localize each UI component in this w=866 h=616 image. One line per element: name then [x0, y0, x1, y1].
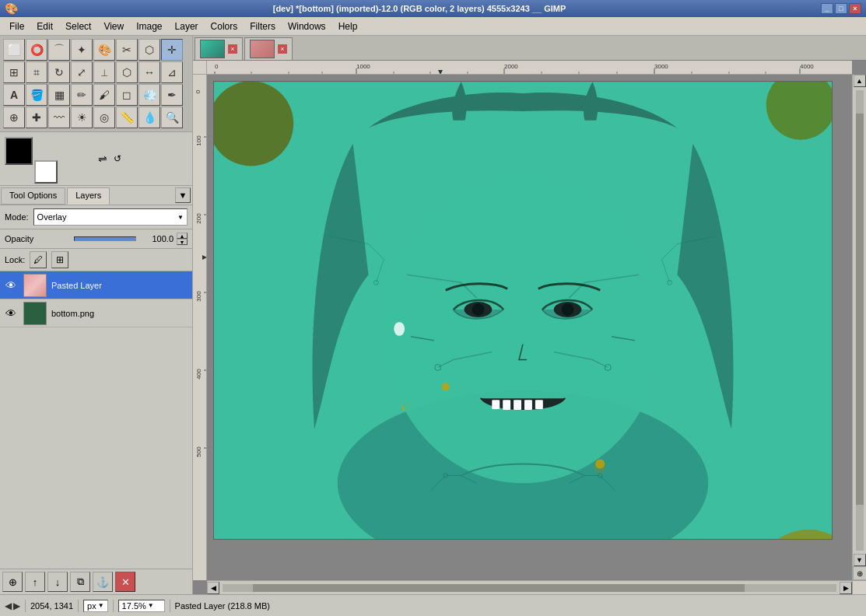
tab-layers[interactable]: Layers — [67, 187, 110, 205]
measure-tool[interactable]: 📏 — [116, 107, 138, 128]
divider-1 — [25, 600, 26, 612]
menu-file[interactable]: File — [3, 19, 30, 33]
h-scroll-thumb[interactable] — [253, 584, 744, 592]
close-btn[interactable]: × — [849, 3, 861, 14]
align-tool[interactable]: ⊞ — [3, 61, 25, 83]
opacity-up-btn[interactable]: ▲ — [177, 233, 188, 239]
clone-tool[interactable]: ⊕ — [3, 107, 25, 128]
canvas-viewport[interactable] — [207, 75, 852, 580]
transform-tool[interactable]: ⊿ — [161, 61, 183, 83]
delete-layer-btn[interactable]: ✕ — [115, 572, 135, 592]
dodge-burn-tool[interactable]: ☀ — [71, 107, 93, 128]
svg-point-43 — [394, 322, 405, 336]
lasso-tool[interactable]: ⌒ — [48, 39, 70, 61]
select-by-color-tool[interactable]: 🎨 — [93, 39, 115, 61]
ellipse-select-tool[interactable]: ⭕ — [26, 39, 47, 61]
pencil-tool[interactable]: ✏ — [71, 84, 93, 106]
zoom-dropdown-arrow: ▼ — [148, 602, 154, 609]
airbrush-tool[interactable]: 💨 — [138, 84, 160, 106]
new-layer-btn[interactable]: ⊕ — [2, 572, 23, 592]
image-tab-2[interactable]: × — [244, 37, 293, 60]
opacity-value: 100.0 — [142, 234, 174, 243]
h-scroll-left-btn[interactable]: ◀ — [207, 582, 219, 594]
swap-colors-btn[interactable]: ⇌ — [98, 152, 107, 165]
img-tab-1-close[interactable]: × — [228, 44, 237, 54]
duplicate-layer-btn[interactable]: ⧉ — [70, 572, 90, 592]
ink-tool[interactable]: ✒ — [161, 84, 183, 106]
menu-help[interactable]: Help — [332, 19, 364, 33]
background-color[interactable] — [34, 160, 58, 184]
menu-view[interactable]: View — [97, 19, 130, 33]
img-tab-2-close[interactable]: × — [278, 44, 287, 54]
panel-menu-btn[interactable]: ▼ — [175, 187, 191, 203]
zoom-dropdown[interactable]: 17.5% ▼ — [118, 600, 165, 612]
layer-thumbnail-bottom — [23, 302, 47, 325]
healing-tool[interactable]: ✚ — [26, 107, 47, 128]
menu-image[interactable]: Image — [130, 19, 168, 33]
unit-value: px — [87, 601, 96, 611]
v-scroll-track[interactable] — [856, 90, 864, 551]
h-ruler-2000: 2000 — [504, 63, 518, 70]
layer-visibility-bottom[interactable]: 👁 — [3, 306, 19, 321]
mode-dropdown[interactable]: Overlay ▼ — [33, 208, 188, 226]
raise-layer-btn[interactable]: ↑ — [25, 572, 45, 592]
mode-row: Mode: Overlay ▼ — [0, 205, 192, 229]
flip-tool[interactable]: ↔ — [138, 61, 160, 83]
rect-select-tool[interactable]: ⬜ — [3, 39, 25, 61]
maximize-btn[interactable]: □ — [835, 3, 847, 14]
opacity-track — [74, 236, 137, 241]
menu-edit[interactable]: Edit — [30, 19, 59, 33]
scale-tool[interactable]: ⤢ — [71, 61, 93, 83]
lower-layer-btn[interactable]: ↓ — [47, 572, 68, 592]
bucket-fill-tool[interactable]: 🪣 — [26, 84, 47, 106]
menu-filters[interactable]: Filters — [244, 19, 282, 33]
lock-pixels-btn[interactable]: 🖊 — [30, 251, 47, 268]
crop-tool[interactable]: ⌗ — [26, 61, 47, 83]
main-layout: ⬜ ⭕ ⌒ ✦ 🎨 ✂ ⬡ ✛ ⊞ ⌗ ↻ ⤢ ⟂ ⬡ ↔ ⊿ A 🪣 ▦ ✏ … — [0, 36, 866, 594]
anchor-layer-btn[interactable]: ⚓ — [93, 572, 113, 592]
tab-tool-options[interactable]: Tool Options — [1, 187, 65, 205]
color-picker-tool[interactable]: 💧 — [138, 107, 160, 128]
v-scroll-up-btn[interactable]: ▲ — [854, 75, 866, 87]
canvas-image — [213, 81, 833, 540]
eraser-tool[interactable]: ◻ — [116, 84, 138, 106]
shear-tool[interactable]: ⟂ — [93, 61, 115, 83]
blend-tool[interactable]: ▦ — [48, 84, 70, 106]
paintbrush-tool[interactable]: 🖌 — [93, 84, 115, 106]
move-tool[interactable]: ✛ — [161, 39, 183, 61]
unit-dropdown[interactable]: px ▼ — [83, 600, 108, 612]
fuzzy-select-tool[interactable]: ✦ — [71, 39, 93, 61]
layer-item-bottom[interactable]: 👁 bottom.png — [0, 299, 192, 327]
lock-alpha-btn[interactable]: ⊞ — [51, 251, 68, 268]
menu-windows[interactable]: Windows — [282, 19, 332, 33]
opacity-down-btn[interactable]: ▼ — [177, 239, 188, 245]
reset-colors-btn[interactable]: ↺ — [114, 153, 121, 164]
canvas-resize-btn[interactable]: ⊕ — [853, 566, 867, 580]
rotate-tool[interactable]: ↻ — [48, 61, 70, 83]
v-ruler-0: 0 — [195, 89, 202, 93]
zoom-tool[interactable]: 🔍 — [161, 107, 183, 128]
perspective-tool[interactable]: ⬡ — [116, 61, 138, 83]
layer-visibility-pasted[interactable]: 👁 — [3, 278, 19, 293]
foreground-select-tool[interactable]: ⬡ — [138, 39, 160, 61]
h-ruler-0: 0 — [215, 63, 219, 70]
scissors-tool[interactable]: ✂ — [116, 39, 138, 61]
next-btn[interactable]: ▶ — [13, 600, 20, 611]
h-scroll-track[interactable] — [223, 584, 836, 592]
minimize-btn[interactable]: _ — [821, 3, 833, 14]
opacity-slider-area[interactable] — [74, 231, 137, 247]
image-tab-1[interactable]: × — [195, 37, 243, 60]
menu-colors[interactable]: Colors — [205, 19, 244, 33]
v-scroll-thumb[interactable] — [856, 114, 864, 505]
prev-btn[interactable]: ◀ — [5, 600, 12, 611]
menu-select[interactable]: Select — [59, 19, 97, 33]
layer-item-pasted[interactable]: 👁 Pasted Layer — [0, 271, 192, 299]
blur-sharpen-tool[interactable]: ◎ — [93, 107, 115, 128]
menu-layer[interactable]: Layer — [169, 19, 205, 33]
smudge-tool[interactable]: 〰 — [48, 107, 70, 128]
text-tool[interactable]: A — [3, 84, 25, 106]
h-scroll-right-btn[interactable]: ▶ — [840, 582, 852, 594]
v-scroll-down-btn[interactable]: ▼ — [854, 554, 866, 566]
foreground-color[interactable] — [5, 137, 33, 165]
horizontal-ruler: 0 1000 2000 3000 4000 — [207, 61, 852, 75]
